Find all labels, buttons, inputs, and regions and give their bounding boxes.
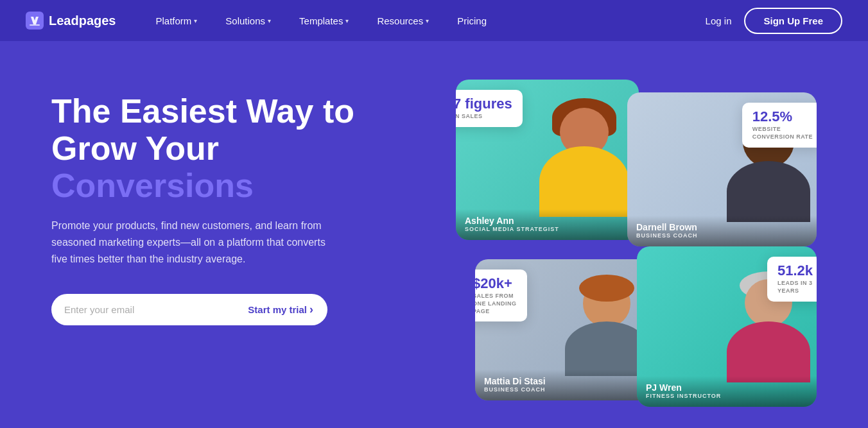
nav-resources[interactable]: Resources ▾ (363, 0, 443, 41)
nav-solutions[interactable]: Solutions ▾ (211, 0, 285, 41)
email-input[interactable] (64, 304, 238, 315)
navbar: Leadpages Platform ▾ Solutions ▾ Templat… (0, 0, 868, 41)
logo[interactable]: Leadpages (26, 12, 116, 30)
ashley-label: Ashley Ann SOCIAL MEDIA STRATEGIST (456, 209, 639, 240)
start-trial-button[interactable]: Start my trial › (238, 298, 324, 321)
nav-templates[interactable]: Templates ▾ (285, 0, 363, 41)
nav-pricing[interactable]: Pricing (443, 0, 501, 41)
ashley-portrait (539, 98, 629, 217)
hero-heading: The Easiest Way to Grow Your Conversions (51, 92, 398, 205)
platform-chevron-icon: ▾ (194, 17, 197, 24)
card-darnell: Darnell Brown BUSINESS COACH 12.5% WEBSI… (627, 92, 817, 246)
card-mattia: Mattia Di Stasi BUSINESS COACH $20k+ SAL… (475, 259, 655, 400)
login-link[interactable]: Log in (706, 15, 732, 26)
darnell-label: Darnell Brown BUSINESS COACH (627, 216, 817, 246)
svg-rect-1 (30, 24, 40, 26)
templates-chevron-icon: ▾ (345, 17, 349, 24)
signup-button[interactable]: Sign Up Free (744, 8, 842, 34)
ashley-stat-badge: 7 figures IN SALES (456, 90, 523, 127)
mattia-label: Mattia Di Stasi BUSINESS COACH (475, 370, 655, 400)
pj-stat-badge: 51.2k LEADS IN 3 YEARS (767, 257, 817, 302)
arrow-icon: › (309, 303, 313, 316)
card-ashley: Ashley Ann SOCIAL MEDIA STRATEGIST 7 fig… (456, 80, 639, 240)
nav-right: Log in Sign Up Free (706, 8, 842, 34)
logo-icon (26, 12, 44, 30)
hero-cards: Ashley Ann SOCIAL MEDIA STRATEGIST 7 fig… (424, 80, 829, 413)
mattia-portrait (565, 273, 648, 376)
card-pj: PJ Wren FITNESS INSTRUCTOR 51.2k LEADS I… (637, 246, 817, 407)
nav-links: Platform ▾ Solutions ▾ Templates ▾ Resou… (141, 0, 705, 41)
nav-platform[interactable]: Platform ▾ (141, 0, 211, 41)
solutions-chevron-icon: ▾ (268, 17, 271, 24)
hero-left: The Easiest Way to Grow Your Conversions… (51, 80, 398, 325)
darnell-stat-badge: 12.5% WEBSITE CONVERSION RATE (742, 103, 817, 148)
hero-section: The Easiest Way to Grow Your Conversions… (0, 41, 868, 428)
hero-form: Start my trial › (51, 294, 327, 325)
mattia-stat-badge: $20k+ SALES FROM ONE LANDING PAGE (475, 270, 527, 321)
resources-chevron-icon: ▾ (426, 17, 429, 24)
pj-label: PJ Wren FITNESS INSTRUCTOR (637, 376, 817, 407)
hero-subtext: Promote your products, find new customer… (51, 218, 334, 268)
